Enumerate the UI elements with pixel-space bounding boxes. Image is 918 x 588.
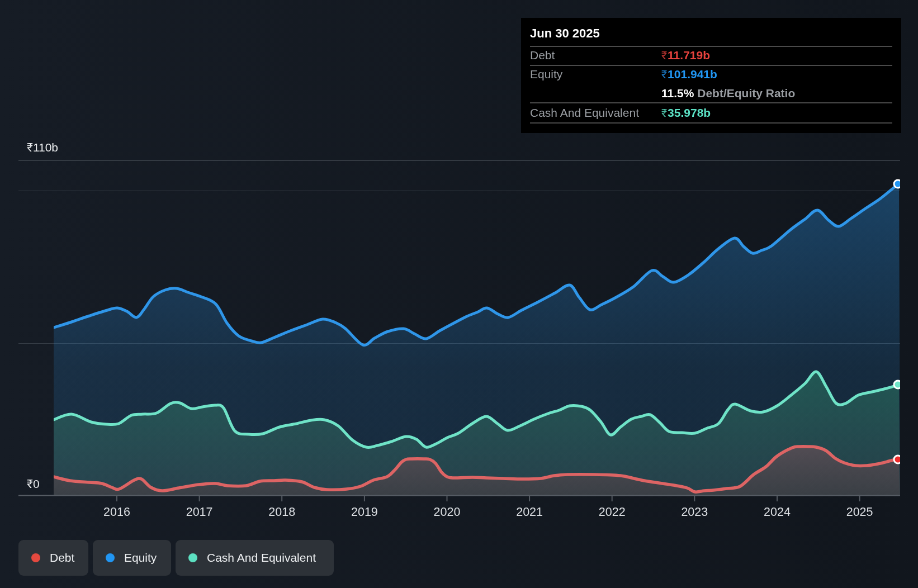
svg-text:2023: 2023 [681, 505, 708, 519]
svg-text:2020: 2020 [434, 505, 461, 519]
svg-text:2019: 2019 [351, 505, 378, 519]
svg-text:2024: 2024 [764, 505, 791, 519]
svg-text:2025: 2025 [846, 505, 873, 519]
svg-text:2016: 2016 [103, 505, 130, 519]
svg-text:2018: 2018 [268, 505, 295, 519]
svg-text:2021: 2021 [516, 505, 543, 519]
svg-text:2017: 2017 [186, 505, 213, 519]
svg-text:2022: 2022 [599, 505, 626, 519]
